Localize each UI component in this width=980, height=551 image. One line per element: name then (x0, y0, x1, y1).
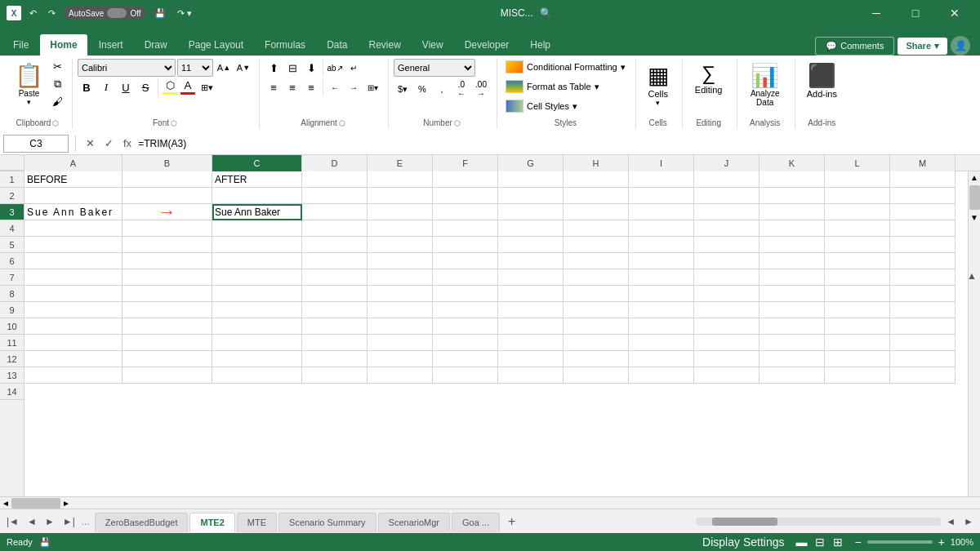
increase-font-button[interactable]: A▲ (215, 59, 233, 77)
copy-button[interactable]: ⧉ (50, 76, 65, 92)
italic-button[interactable]: I (97, 78, 115, 96)
row-header-14[interactable]: 14 (0, 384, 24, 400)
col-header-L[interactable]: L (825, 155, 890, 171)
cell-J2[interactable] (694, 188, 760, 204)
cell-F2[interactable] (433, 188, 498, 204)
sheet-scroll-thumb[interactable] (712, 518, 777, 526)
merge-center-button[interactable]: ⊞▾ (363, 78, 381, 96)
sheet-tab-zerobasedbudget[interactable]: ZeroBasedBudget (95, 513, 189, 532)
align-left-button[interactable]: ≡ (265, 78, 283, 96)
sheet-next-button[interactable]: ► (42, 514, 58, 529)
cell-M2[interactable] (890, 188, 956, 204)
sheet-last-button[interactable]: ►| (60, 514, 78, 529)
cell-I2[interactable] (629, 188, 694, 204)
cell-K1[interactable] (760, 171, 825, 188)
redo-button[interactable]: ↷ (45, 7, 59, 20)
row-header-3[interactable]: 3 (0, 204, 24, 220)
scroll-right-button[interactable]: ► (60, 499, 72, 508)
analyze-data-button[interactable]: 📊 AnalyzeData (742, 59, 788, 110)
orientation-button[interactable]: ab↗ (326, 59, 344, 77)
fill-color-button[interactable]: ⬡ (162, 78, 178, 96)
undo-button[interactable]: ↶ (26, 7, 40, 20)
row-header-4[interactable]: 4 (0, 220, 24, 237)
format-painter-button[interactable]: 🖌 (50, 94, 65, 109)
sheet-tab-mte[interactable]: MTE (237, 513, 277, 532)
share-button[interactable]: Share ▾ (898, 38, 947, 55)
col-header-A[interactable]: A (24, 155, 122, 171)
minimize-button[interactable]: ─ (858, 0, 895, 26)
scroll-left-button[interactable]: ◄ (0, 499, 11, 508)
sheet-prev-button[interactable]: ◄ (24, 514, 40, 529)
row-header-10[interactable]: 10 (0, 318, 24, 335)
cell-B3[interactable]: → (122, 204, 212, 220)
autosave-switch[interactable] (107, 8, 127, 18)
sheet-first-button[interactable]: |◄ (3, 514, 22, 529)
cell-A3[interactable]: Sue Ann Baker (24, 204, 122, 220)
cell-G3[interactable] (498, 204, 564, 220)
font-size-select[interactable]: 11 (177, 59, 213, 77)
cell-B1[interactable] (122, 171, 212, 188)
col-header-M[interactable]: M (890, 155, 956, 171)
conditional-formatting-button[interactable]: Conditional Formatting ▾ (502, 59, 629, 75)
font-expand[interactable]: ⬡ (171, 119, 177, 127)
cell-J1[interactable] (694, 171, 760, 188)
cancel-formula-button[interactable]: ✕ (82, 136, 98, 151)
decrease-font-button[interactable]: A▼ (234, 59, 252, 77)
tab-help[interactable]: Help (520, 34, 560, 56)
cell-H3[interactable] (564, 204, 629, 220)
cell-E1[interactable] (368, 171, 433, 188)
clipboard-expand[interactable]: ⬡ (52, 119, 59, 127)
undo-dropdown[interactable]: ↷ ▾ (174, 7, 195, 20)
cell-reference-input[interactable] (3, 135, 69, 153)
cell-C3[interactable]: Sue Ann Baker (212, 204, 302, 220)
cut-button[interactable]: ✂ (50, 59, 65, 74)
cell-C4[interactable] (212, 220, 302, 237)
sheet-tab-goa[interactable]: Goa ... (452, 513, 500, 532)
page-break-view-button[interactable]: ⊞ (831, 535, 845, 549)
align-right-button[interactable]: ≡ (302, 78, 320, 96)
sheet-scroll-right-button[interactable]: ► (960, 514, 977, 529)
sheet-scroll-left-button[interactable]: ◄ (942, 514, 959, 529)
page-layout-view-button[interactable]: ⊟ (813, 535, 827, 549)
format-as-table-button[interactable]: Format as Table ▾ (502, 78, 629, 95)
cells-button[interactable]: ▦ Cells ▾ (641, 59, 675, 110)
increase-indent-button[interactable]: → (345, 78, 363, 96)
borders-button[interactable]: ⊞▾ (198, 78, 216, 96)
col-header-G[interactable]: G (498, 155, 564, 171)
row-header-2[interactable]: 2 (0, 188, 24, 204)
save-button[interactable]: 💾 (151, 7, 169, 20)
cell-D2[interactable] (302, 188, 368, 204)
col-header-F[interactable]: F (433, 155, 498, 171)
cell-B4[interactable] (122, 220, 212, 237)
zoom-in-button[interactable]: + (936, 535, 947, 549)
editing-button[interactable]: ∑ Editing (688, 59, 730, 98)
comments-button[interactable]: 💬 Comments (815, 37, 894, 56)
cell-H2[interactable] (564, 188, 629, 204)
cell-C2[interactable] (212, 188, 302, 204)
number-format-select[interactable]: General (394, 59, 475, 77)
align-middle-button[interactable]: ⊟ (283, 59, 301, 77)
tab-draw[interactable]: Draw (135, 34, 177, 56)
sheet-tab-mte2[interactable]: MTE2 (189, 513, 234, 532)
align-top-button[interactable]: ⬆ (265, 59, 283, 77)
row-header-7[interactable]: 7 (0, 269, 24, 286)
search-icon[interactable]: 🔍 (540, 7, 552, 19)
cell-L3[interactable] (825, 204, 890, 220)
cell-L1[interactable] (825, 171, 890, 188)
col-header-D[interactable]: D (302, 155, 368, 171)
font-name-select[interactable]: Calibri (78, 59, 176, 77)
font-color-button[interactable]: A (180, 78, 196, 96)
cell-E2[interactable] (368, 188, 433, 204)
cell-H1[interactable] (564, 171, 629, 188)
sheet-tab-scenariomgr[interactable]: ScenarioMgr (378, 513, 450, 532)
cell-F3[interactable] (433, 204, 498, 220)
cell-D4[interactable] (302, 220, 368, 237)
tab-view[interactable]: View (412, 34, 453, 56)
cell-K2[interactable] (760, 188, 825, 204)
cell-C1[interactable]: AFTER (212, 171, 302, 188)
cell-A1[interactable]: BEFORE (24, 171, 122, 188)
tab-developer[interactable]: Developer (455, 34, 519, 56)
row-header-11[interactable]: 11 (0, 335, 24, 351)
row-header-5[interactable]: 5 (0, 237, 24, 253)
col-header-H[interactable]: H (564, 155, 629, 171)
